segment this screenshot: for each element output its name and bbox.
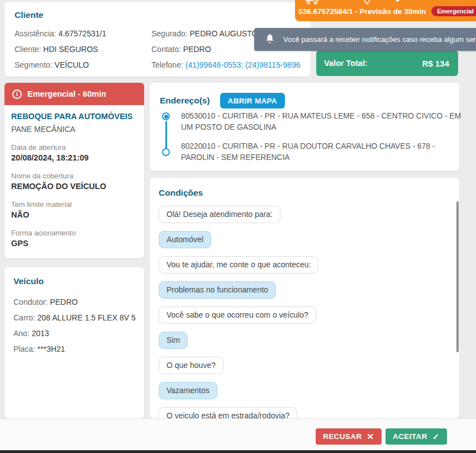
emergency-banner: i Emergencial - 60min [4, 83, 144, 105]
year-field: Ano: 2013 [13, 325, 136, 341]
chat-scrollbar[interactable] [456, 201, 459, 352]
notification-toast: Você passará a receber notificações caso… [254, 28, 476, 51]
chat-bubble-bot: Olá! Deseja atendimento para: [159, 206, 280, 223]
material-limit-field: Tem limite material NÃO [11, 200, 136, 219]
route-line [165, 121, 167, 148]
chat-bubble-bot: O veiculo está em estrada/rodovia? [159, 407, 297, 418]
conditions-card: Condições Olá! Deseja atendimento para: … [150, 178, 459, 418]
chat-bubble-bot: O que houve? [159, 357, 223, 374]
dollar-icon: $ [396, 0, 399, 3]
addresses-card: Endereço(s) ABRIR MAPA 80530010 - CURITI… [150, 83, 459, 171]
addresses-card-title: Endereço(s) [160, 96, 210, 106]
toast-message: Você passará a receber notificações caso… [283, 35, 476, 44]
segment-field: Segmento: VEÍCULO [15, 57, 106, 73]
action-footer: RECUSAR ✕ ACEITAR ✓ [0, 418, 476, 450]
total-value: R$ 134 [422, 59, 449, 68]
vehicle-card-title: Veículo [13, 276, 136, 286]
chat-bubble-bot: Você sabe o que ocorreu com o veículo? [159, 306, 316, 324]
phone-field: Telefone: (41)99646-0553; (24)98115-9896 [151, 57, 301, 73]
conditions-card-title: Condições [159, 188, 459, 198]
plate-field: Placa: ***3H21 [13, 341, 136, 357]
chat-bubble-user: Vazamentos [159, 382, 217, 399]
route-start-dot [162, 112, 170, 120]
client-card-title: Cliente [15, 10, 301, 20]
trigger-mode-field: Forma acionamento GPS [11, 229, 136, 248]
reject-button[interactable]: RECUSAR ✕ [316, 428, 382, 445]
total-value-box: Valor Total: R$ 134 [316, 50, 458, 76]
car-field: Carro: 208 ALLURE 1.5 FLEX 8V 5 [13, 310, 136, 325]
emergency-badge: Emergencial [431, 6, 476, 16]
chat-bubble-user: Automóvel [159, 231, 211, 248]
chat-bubble-bot: Vou te ajudar, me conte o que aconteceu: [159, 256, 318, 273]
offer-title: 536.67572584/1 - Previsão de 30min [298, 7, 426, 16]
chat-bubble-user: Sim [159, 332, 188, 349]
route-end-dot [162, 148, 170, 156]
info-icon: i [12, 89, 22, 99]
client-field: Cliente: HDI SEGUROS [15, 41, 106, 57]
problem-type: PANE MECÂNICA [11, 125, 136, 134]
driver-field: Condutor: PEDRO [13, 294, 136, 310]
open-map-button[interactable]: ABRIR MAPA [220, 93, 285, 108]
accept-button[interactable]: ACEITAR ✓ [385, 428, 447, 445]
check-icon: ✓ [432, 432, 440, 442]
route-start-dot-core [164, 115, 168, 119]
service-offer-banner[interactable]: $ 536.67572584/1 - Previsão de 30min Eme… [295, 0, 476, 21]
chat-bubble-user: Problemas no funcionamento [159, 281, 276, 299]
open-date-field: Data de abertura 20/08/2024, 18:21:09 [11, 143, 136, 162]
phone-link[interactable]: (41)99646-0553; (24)98115-9896 [185, 60, 301, 69]
service-card: i Emergencial - 60min REBOQUE PARA AUTOM… [4, 83, 144, 258]
origin-address: 80530010 - CURITIBA - PR - RUA MATEUS LE… [181, 111, 463, 133]
bell-icon [264, 33, 275, 46]
bottom-bar [0, 450, 476, 453]
close-icon: ✕ [367, 432, 374, 442]
total-label: Valor Total: [324, 59, 368, 68]
destination-address: 80220010 - CURITIBA - PR - RUA DOUTOR CA… [181, 141, 463, 163]
service-name: REBOQUE PARA AUTOMÓVEIS [11, 112, 136, 121]
coverage-name-field: Nome da cobertura REMOÇÃO DO VEÍCULO [11, 172, 136, 191]
assistance-field: Assistência: 4.67572531/1 [15, 26, 106, 41]
emergency-banner-label: Emergencial - 60min [27, 89, 106, 98]
vehicle-card: Veículo Condutor: PEDRO Carro: 208 ALLUR… [4, 267, 144, 418]
